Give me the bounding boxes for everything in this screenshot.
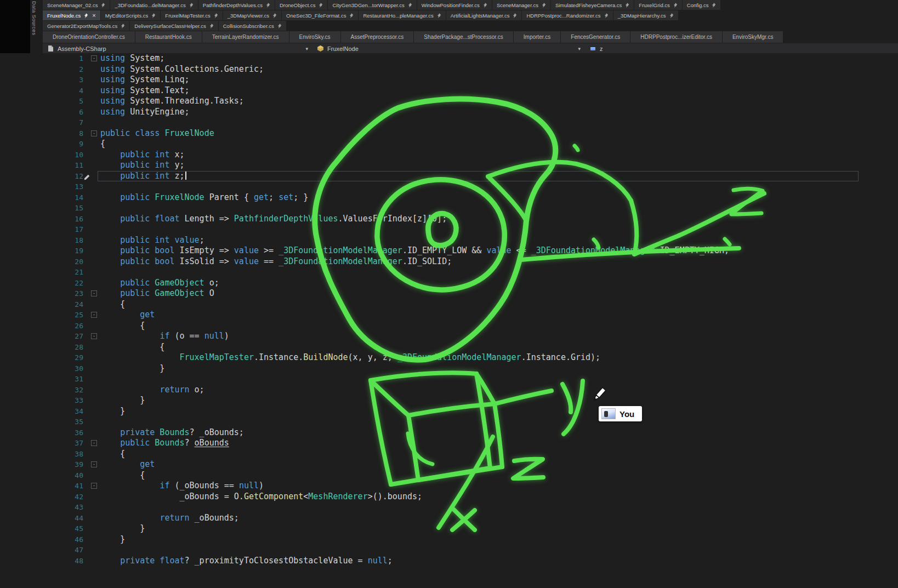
code-line[interactable]: 48 private float? _proximityToClosestObs… [43, 556, 898, 567]
code-line[interactable]: 39- get [43, 459, 898, 470]
code-line[interactable]: 11 public int y; [43, 160, 898, 171]
code-line[interactable]: 35 [43, 416, 898, 427]
editor-tab[interactable]: EnviroSky.cs [289, 31, 340, 43]
editor-tab[interactable]: WindowPositionFinder.cs [417, 0, 492, 10]
code-line[interactable]: 14 public FruxelNode Parent { get; set; … [43, 192, 898, 203]
code-line[interactable]: 44 return _oBounds; [43, 513, 898, 524]
fold-marker-icon[interactable]: - [91, 333, 97, 339]
editor-tab[interactable]: FruxelMapTester.cs [161, 10, 222, 20]
code-line[interactable]: 7 [43, 117, 898, 128]
fold-marker-icon[interactable]: - [91, 483, 97, 489]
code-line[interactable]: 16 public float Length => PathfinderDept… [43, 214, 898, 225]
code-line[interactable]: 43 [43, 502, 898, 513]
code-line[interactable]: 17 [43, 224, 898, 235]
close-icon[interactable]: × [92, 12, 95, 19]
editor-tab[interactable]: DroneObject.cs [275, 0, 327, 10]
code-line[interactable]: 6using UnityEngine; [43, 107, 898, 118]
code-line[interactable]: 25- get [43, 310, 898, 321]
editor-tab[interactable]: HDRPPostproc...izerEditor.cs [630, 31, 722, 43]
editor-tab[interactable]: _3DMapViewer.cs [223, 10, 281, 20]
editor-tab[interactable]: ShaderPackage...stProcessor.cs [414, 31, 513, 43]
code-line[interactable]: 34 } [43, 406, 898, 417]
code-line[interactable]: 28 { [43, 342, 898, 353]
code-line[interactable]: 47 [43, 545, 898, 556]
code-line[interactable]: 46 } [43, 534, 898, 545]
tab-wells: SceneManager_02.cs_3DFoundatio...delMana… [43, 0, 898, 54]
code-line[interactable]: 5using System.Threading.Tasks; [43, 96, 898, 107]
code-line[interactable]: 22 public GameObject o; [43, 278, 898, 289]
fold-marker-icon[interactable]: - [91, 130, 97, 136]
code-line[interactable]: 33 } [43, 395, 898, 406]
type-dropdown[interactable]: FruxelNode ▾ [312, 43, 585, 54]
fold-marker-icon[interactable]: - [91, 290, 97, 296]
member-dropdown[interactable]: z [585, 43, 898, 54]
editor-tab[interactable]: OneSec3D_FileFormat.cs [282, 10, 358, 20]
code-line[interactable]: 12 public int z; [43, 171, 898, 182]
editor-tab[interactable]: FruxelGrid.cs [634, 0, 681, 10]
code-line[interactable]: 4using System.Text; [43, 85, 898, 96]
code-line[interactable]: 21 [43, 267, 898, 278]
editor-tab[interactable]: SimulatedFisheyeCamera.cs [551, 0, 634, 10]
fold-marker-icon[interactable]: - [91, 440, 97, 446]
code-line[interactable]: 26 { [43, 321, 898, 332]
editor-tab[interactable]: _3DMapHierarchy.cs [613, 10, 678, 20]
data-sources-tool-tab[interactable]: Data Sources [31, 1, 37, 35]
gutter-glyph-margin [83, 267, 100, 278]
tab-label: AssetPreprocessor.cs [351, 34, 404, 40]
editor-tab[interactable]: DroneOrientationController.cs [43, 31, 135, 43]
code-line[interactable]: 29 FruxelMapTester.Instance.BuildNode(x,… [43, 352, 898, 363]
editor-tab[interactable]: RestaurantHook.cs [135, 31, 202, 43]
editor-tab[interactable]: CityGen3DGen...torWrapper.cs [328, 0, 416, 10]
code-line[interactable]: 24 { [43, 299, 898, 310]
fold-marker-icon[interactable]: - [91, 55, 97, 61]
code-line[interactable]: 19 public bool IsEmpty => value >= _3DFo… [43, 246, 898, 256]
editor-tab[interactable]: EnviroSkyMgr.cs [723, 31, 783, 43]
editor-tab[interactable]: AssetPreprocessor.cs [341, 31, 414, 43]
code-line[interactable]: 30 } [43, 363, 898, 374]
code-line[interactable]: 2using System.Collections.Generic; [43, 64, 898, 75]
tab-label: SimulatedFisheyeCamera.cs [555, 2, 622, 8]
editor-tab[interactable]: FencesGenerator.cs [561, 31, 630, 43]
editor-tab[interactable]: HDRPPostproc...Randomizer.cs [522, 10, 612, 20]
editor-tab[interactable]: CollisionSubscriber.cs [219, 21, 286, 31]
editor-tab[interactable]: TerrainLayerRandomizer.cs [202, 31, 289, 43]
code-line[interactable]: 20 public bool IsSolid => value == _3DFo… [43, 256, 898, 267]
editor-tab[interactable]: ArtificialLightsManager.cs [446, 10, 522, 20]
editor-tab[interactable]: DeliverySurfaceClassHelper.cs [130, 21, 218, 31]
editor-tab[interactable]: _3DFoundatio...delManager.cs [110, 0, 197, 10]
code-line[interactable]: 18 public int value; [43, 235, 898, 246]
code-line[interactable]: 15 [43, 203, 898, 214]
code-line[interactable]: 38 { [43, 449, 898, 460]
code-line[interactable]: 27- if (o == null) [43, 331, 898, 342]
code-line[interactable]: 32 return o; [43, 385, 898, 396]
editor-tab[interactable]: PathfinderDepthValues.cs [198, 0, 275, 10]
editor-tab[interactable]: Importer.cs [514, 31, 560, 43]
code-line[interactable]: 36 private Bounds? _oBounds; [43, 427, 898, 438]
project-dropdown[interactable]: Assembly-CSharp ▾ [43, 43, 312, 54]
code-line[interactable]: 1-using System; [43, 53, 898, 64]
editor-tab[interactable]: MyEditorScripts.cs [101, 10, 161, 20]
fold-marker-icon[interactable]: - [91, 461, 97, 467]
code-line[interactable]: 42 _oBounds = O.GetComponent<MeshRendere… [43, 492, 898, 503]
code-line[interactable]: 37- public Bounds? oBounds [43, 438, 898, 449]
code-line[interactable]: 45 } [43, 523, 898, 534]
code-editor[interactable]: 1-using System;2using System.Collections… [43, 53, 898, 588]
code-line[interactable]: 13 [43, 181, 898, 192]
fold-marker-icon[interactable]: - [91, 312, 97, 318]
code-line[interactable]: 41- if (_oBounds == null) [43, 481, 898, 492]
code-line[interactable]: 3using System.Linq; [43, 75, 898, 85]
code-line[interactable]: 9{ [43, 139, 898, 150]
editor-tab[interactable]: RestaurantHo...pleManager.cs [359, 10, 445, 20]
editor-tab[interactable]: SceneManager.cs [492, 0, 550, 10]
code-text: } [100, 406, 125, 417]
code-line[interactable]: 10 public int x; [43, 150, 898, 161]
editor-tab[interactable]: SceneManager_02.cs [43, 0, 110, 10]
editor-tab[interactable]: FruxelNode.cs× [43, 10, 100, 20]
code-line[interactable]: 40 { [43, 470, 898, 481]
editor-tab[interactable]: Generator2ExportMapTools.cs [43, 21, 129, 31]
code-line[interactable]: 8-public class FruxelNode [43, 128, 898, 139]
line-number: 12 [43, 171, 83, 182]
code-line[interactable]: 23- public GameObject O [43, 288, 898, 299]
editor-tab[interactable]: Config.cs [683, 0, 721, 10]
code-line[interactable]: 31 [43, 374, 898, 385]
